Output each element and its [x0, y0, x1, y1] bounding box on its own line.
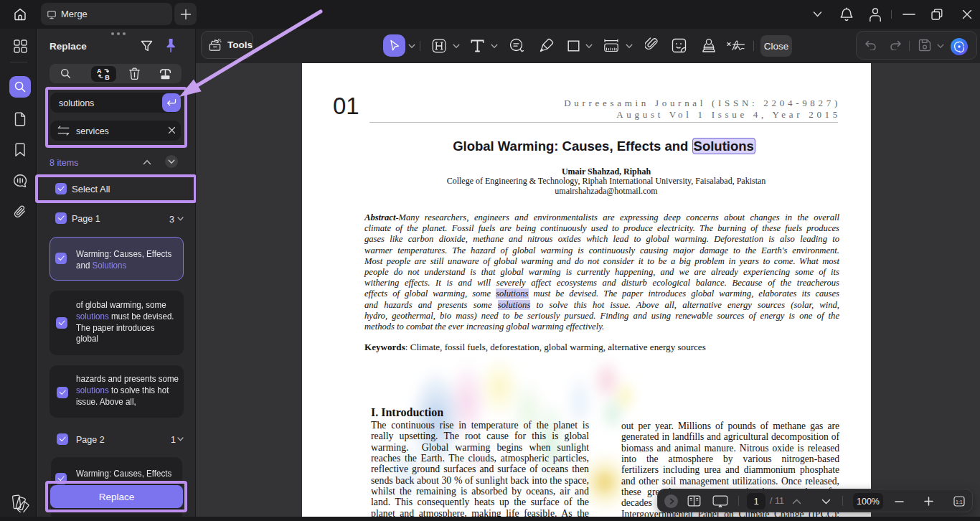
svg-text:A: A [97, 67, 102, 75]
svg-text:1:1: 1:1 [956, 499, 963, 504]
svg-text:B: B [105, 74, 110, 80]
